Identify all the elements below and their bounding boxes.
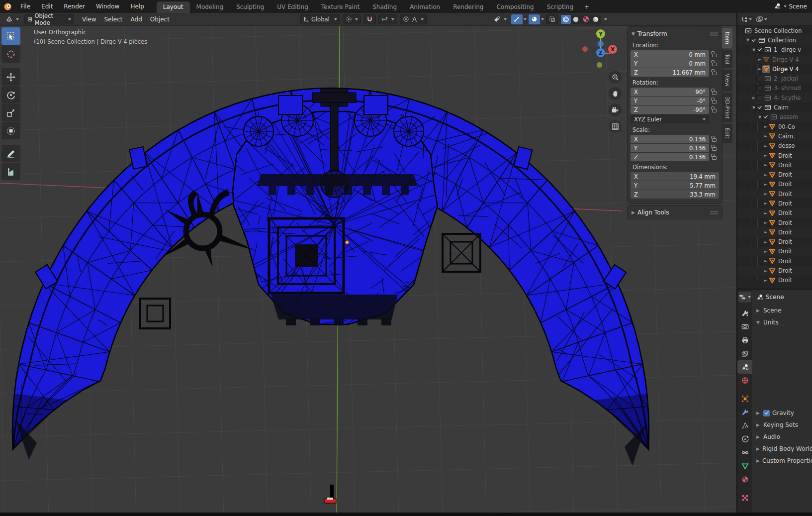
snap-target-dropdown[interactable] bbox=[378, 14, 397, 24]
menu-window[interactable]: Window bbox=[90, 0, 125, 13]
outliner-item-desso[interactable]: ►desso bbox=[737, 141, 812, 151]
n-panel-tab-3d-print[interactable]: 3D-Print bbox=[722, 93, 732, 123]
properties-panel-gravity[interactable]: ▶Gravity bbox=[752, 407, 812, 419]
properties-tab-material[interactable] bbox=[737, 473, 752, 486]
properties-tab-texture[interactable] bbox=[737, 491, 752, 505]
menu-render[interactable]: Render bbox=[58, 0, 90, 13]
gizmo-x-neg[interactable] bbox=[582, 46, 588, 52]
3d-viewport[interactable]: User Orthographic (10) Scene Collection … bbox=[0, 26, 736, 513]
shading-rendered-button[interactable] bbox=[591, 15, 601, 24]
visibility-dropdown[interactable] bbox=[491, 14, 509, 24]
outliner-item-collection[interactable]: ▼Collection bbox=[737, 35, 812, 45]
workspace-tab-modeling[interactable]: Modeling bbox=[190, 1, 230, 13]
workspace-tab-shading[interactable]: Shading bbox=[366, 1, 403, 13]
gizmo-y-axis[interactable]: Y bbox=[596, 29, 605, 38]
workspace-tab-animation[interactable]: Animation bbox=[403, 1, 447, 13]
gizmo-x-axis[interactable]: X bbox=[608, 45, 617, 54]
properties-tab-particles[interactable] bbox=[737, 419, 752, 432]
lock-icon[interactable] bbox=[712, 91, 717, 95]
n-panel-tab-view[interactable]: View bbox=[722, 70, 732, 91]
tool-scale[interactable] bbox=[1, 104, 20, 121]
editor-type-button[interactable] bbox=[3, 14, 21, 24]
visibility-checkbox[interactable] bbox=[756, 95, 762, 101]
outliner-item-00-co[interactable]: ►00-Co bbox=[737, 122, 812, 131]
scale-x-field[interactable]: X0.136 bbox=[631, 135, 709, 143]
visibility-checkbox[interactable] bbox=[756, 104, 762, 110]
scale-y-field[interactable]: Y0.136 bbox=[631, 144, 709, 152]
gizmos-toggle[interactable] bbox=[511, 14, 523, 24]
gizmo-z-neg[interactable] bbox=[598, 41, 604, 47]
lock-icon[interactable] bbox=[712, 54, 717, 57]
outliner-item-droit[interactable]: ►Droit bbox=[737, 256, 812, 266]
xray-toggle[interactable] bbox=[546, 14, 558, 24]
n-panel-tab-edit[interactable]: Edit bbox=[722, 124, 732, 142]
menu-file[interactable]: File bbox=[15, 0, 36, 13]
outliner-item-2-jackal[interactable]: 2- Jackal bbox=[737, 74, 812, 83]
tool-rotate[interactable] bbox=[1, 86, 20, 103]
mode-dropdown[interactable]: Object Mode bbox=[24, 14, 74, 24]
lock-icon[interactable] bbox=[712, 109, 717, 112]
outliner-item-droit[interactable]: ►Droit bbox=[737, 227, 812, 237]
lock-icon[interactable] bbox=[712, 72, 717, 75]
overlays-toggle[interactable] bbox=[529, 14, 540, 24]
outliner-item-assem[interactable]: ▼assem bbox=[737, 112, 812, 122]
outliner-item-droit[interactable]: ►Droit bbox=[737, 189, 812, 199]
transform-panel-header[interactable]: ▼ Transform bbox=[631, 29, 719, 40]
rotation-x-field[interactable]: X90° bbox=[631, 88, 709, 96]
properties-tab-physics[interactable] bbox=[737, 432, 752, 446]
viewport-grid-button[interactable] bbox=[609, 120, 622, 133]
proportional-edit-group[interactable] bbox=[400, 14, 427, 24]
properties-panel-audio[interactable]: ▶Audio bbox=[752, 431, 812, 443]
tool-move[interactable] bbox=[1, 68, 20, 86]
properties-tab-scene[interactable] bbox=[737, 360, 752, 374]
viewport-camera-button[interactable] bbox=[609, 103, 622, 116]
tool-cursor[interactable] bbox=[1, 45, 20, 63]
outliner-item-cairn-[interactable]: ►Cairn. bbox=[737, 131, 812, 141]
gizmo-z-axis[interactable]: Z bbox=[596, 48, 605, 57]
menu-edit[interactable]: Edit bbox=[36, 0, 58, 13]
outliner-item-droit[interactable]: ►Droit bbox=[737, 208, 812, 218]
outliner-item-droit[interactable]: ►Droit bbox=[737, 160, 812, 170]
n-panel-tab-tool[interactable]: Tool bbox=[722, 50, 732, 68]
lock-icon[interactable] bbox=[712, 138, 717, 142]
outliner-item-droit[interactable]: ►Droit bbox=[737, 199, 812, 208]
workspace-tab-layout[interactable]: Layout bbox=[157, 1, 190, 13]
visibility-checkbox[interactable] bbox=[756, 47, 762, 53]
properties-tab-modifiers[interactable] bbox=[737, 406, 752, 419]
properties-breadcrumb[interactable]: Scene bbox=[752, 290, 812, 305]
outliner-display-mode-dropdown[interactable] bbox=[740, 16, 752, 23]
outliner-item-1-dirge-v[interactable]: ▼1- dirge v bbox=[737, 45, 812, 55]
rotation-y-field[interactable]: Y-0° bbox=[631, 97, 709, 105]
tool-select-box[interactable] bbox=[1, 27, 20, 45]
properties-panel-scene[interactable]: ▶Scene bbox=[752, 305, 812, 316]
outliner-item-droit[interactable]: ►Droit bbox=[737, 218, 812, 227]
visibility-checkbox[interactable] bbox=[756, 85, 762, 91]
properties-tab-view-layer[interactable] bbox=[737, 347, 752, 360]
properties-tab-object[interactable] bbox=[737, 392, 752, 406]
location-x-field[interactable]: X0 mm bbox=[631, 50, 709, 59]
properties-editor-type-button[interactable] bbox=[738, 292, 751, 303]
outliner-item-scene-collection[interactable]: Scene Collection bbox=[737, 26, 812, 35]
properties-tab-render[interactable] bbox=[737, 320, 752, 333]
tool-annotate[interactable] bbox=[1, 145, 20, 162]
visibility-checkbox[interactable] bbox=[762, 114, 768, 120]
workspace-tab-compositing[interactable]: Compositing bbox=[490, 1, 540, 13]
tool-transform[interactable] bbox=[1, 122, 20, 139]
lock-icon[interactable] bbox=[712, 156, 717, 160]
outliner-item-droit[interactable]: ►Droit bbox=[737, 170, 812, 179]
scene-selector[interactable]: Scene bbox=[774, 2, 807, 11]
outliner-item-droit[interactable]: ►Droit bbox=[737, 276, 812, 285]
properties-panel-units[interactable]: ▼Units bbox=[752, 316, 812, 328]
editor-divider[interactable] bbox=[736, 13, 737, 513]
visibility-checkbox[interactable] bbox=[750, 37, 756, 43]
properties-tab-world[interactable] bbox=[737, 374, 752, 387]
properties-tab-object-data[interactable] bbox=[737, 459, 752, 473]
blender-logo-icon[interactable] bbox=[0, 2, 15, 11]
menu-select[interactable]: Select bbox=[100, 15, 126, 24]
workspace-tab-texture-paint[interactable]: Texture Paint bbox=[315, 1, 366, 13]
outliner-item-droit[interactable]: ►Droit bbox=[737, 151, 812, 160]
shading-dropdown-caret[interactable] bbox=[604, 18, 607, 20]
properties-panel-rigid-body-world[interactable]: ▶Rigid Body World bbox=[752, 443, 812, 455]
panel-drag-dots[interactable] bbox=[710, 210, 718, 215]
location-y-field[interactable]: Y0 mm bbox=[631, 59, 709, 68]
